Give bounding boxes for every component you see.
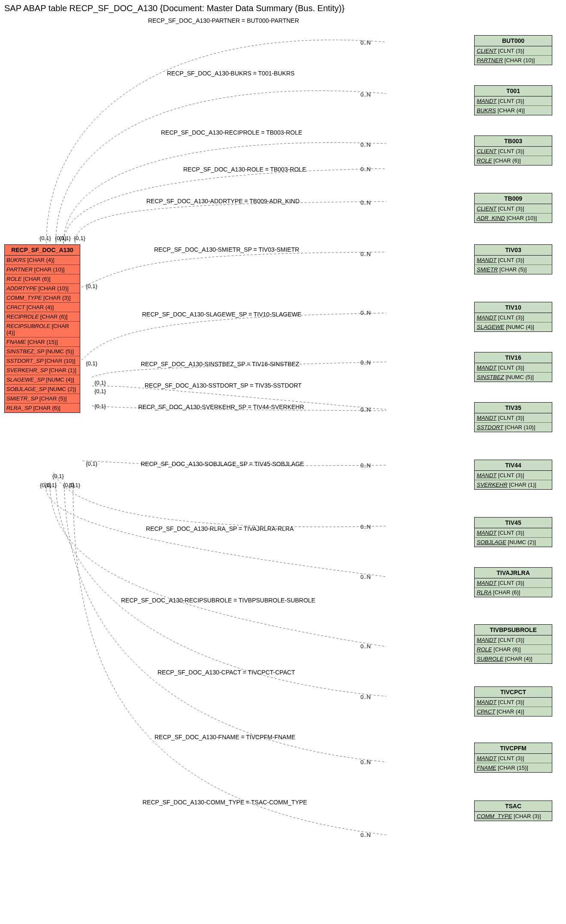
ref-table-tiv10: TIV10MANDT [CLNT (3)]SLAGEWE [NUMC (4)] bbox=[474, 302, 552, 332]
ref-table-header: TIV16 bbox=[475, 352, 552, 363]
relationship-label: RECP_SF_DOC_A130-SMIETR_SP = TIV03-SMIET… bbox=[154, 246, 299, 253]
relationship-label: RECP_SF_DOC_A130-ROLE = TB003-ROLE bbox=[183, 166, 306, 173]
relationship-label: RECP_SF_DOC_A130-SVERKEHR_SP = TIV44-SVE… bbox=[138, 403, 304, 410]
relationship-label: RECP_SF_DOC_A130-SOBJLAGE_SP = TIV45-SOB… bbox=[141, 460, 304, 467]
ref-table-tiv16: TIV16MANDT [CLNT (3)]SINSTBEZ [NUMC (5)] bbox=[474, 352, 552, 382]
ref-field: MANDT [CLNT (3)] bbox=[475, 635, 552, 645]
cardinality-right: 0..N bbox=[360, 199, 371, 206]
cardinality-right: 0..N bbox=[360, 166, 371, 172]
relationship-label: RECP_SF_DOC_A130-PARTNER = BUT000-PARTNE… bbox=[148, 17, 299, 24]
relationship-curve bbox=[82, 252, 386, 287]
main-field: SMIETR_SP [CHAR (5)] bbox=[5, 394, 80, 403]
cardinality-left: {0,1} bbox=[59, 235, 71, 241]
ref-table-header: TIVCPCT bbox=[475, 687, 552, 698]
cardinality-right: 0..N bbox=[360, 832, 371, 838]
ref-table-header: TIV45 bbox=[475, 518, 552, 528]
main-field: RECIPSUBROLE [CHAR (4)] bbox=[5, 322, 80, 337]
ref-table-tiv44: TIV44MANDT [CLNT (3)]SVERKEHR [CHAR (1)] bbox=[474, 460, 552, 490]
main-field: SINSTBEZ_SP [NUMC (5)] bbox=[5, 347, 80, 356]
relationship-curve bbox=[64, 143, 386, 244]
main-field: SOBJLAGE_SP [NUMC (2)] bbox=[5, 385, 80, 394]
ref-table-header: T001 bbox=[475, 86, 552, 96]
ref-field: MANDT [CLNT (3)] bbox=[475, 256, 552, 265]
relationship-curve bbox=[50, 482, 386, 647]
main-field: SLAGEWE_SP [NUMC (4)] bbox=[5, 375, 80, 385]
ref-field: PARTNER [CHAR (10)] bbox=[475, 56, 552, 65]
ref-field: ADR_KIND [CHAR (10)] bbox=[475, 214, 552, 223]
cardinality-right: 0..N bbox=[360, 406, 371, 413]
ref-field: RLRA [CHAR (6)] bbox=[475, 588, 552, 597]
ref-table-header: TB003 bbox=[475, 136, 552, 147]
relationship-curve bbox=[82, 313, 386, 360]
ref-table-tivbpsubrole: TIVBPSUBROLEMANDT [CLNT (3)]ROLE [CHAR (… bbox=[474, 624, 552, 664]
cardinality-right: 0..N bbox=[360, 91, 371, 98]
ref-field: SLAGEWE [NUMC (4)] bbox=[475, 322, 552, 331]
ref-field: MANDT [CLNT (3)] bbox=[475, 471, 552, 480]
ref-field: SVERKEHR [CHAR (1)] bbox=[475, 480, 552, 489]
ref-field: SUBROLE [CHAR (4)] bbox=[475, 654, 552, 663]
ref-table-header: TIVCPFM bbox=[475, 743, 552, 754]
ref-field: MANDT [CLNT (3)] bbox=[475, 698, 552, 707]
cardinality-right: 0..N bbox=[360, 524, 371, 530]
relationship-label: RECP_SF_DOC_A130-FNAME = TIVCPFM-FNAME bbox=[154, 734, 295, 740]
relationship-curve bbox=[75, 202, 386, 244]
ref-table-tivcpct: TIVCPCTMANDT [CLNT (3)]CPACT [CHAR (4)] bbox=[474, 686, 552, 716]
cardinality-right: 0..N bbox=[360, 141, 371, 148]
cardinality-left: {0,1} bbox=[69, 482, 80, 488]
ref-field: CLIENT [CLNT (3)] bbox=[475, 147, 552, 156]
ref-field: CLIENT [CLNT (3)] bbox=[475, 204, 552, 214]
relationship-curve bbox=[73, 482, 386, 835]
ref-table-header: TIV10 bbox=[475, 302, 552, 313]
relationship-label: RECP_SF_DOC_A130-BUKRS = T001-BUKRS bbox=[167, 70, 294, 77]
relationship-label: RECP_SF_DOC_A130-CPACT = TIVCPCT-CPACT bbox=[157, 669, 295, 676]
ref-field: MANDT [CLNT (3)] bbox=[475, 413, 552, 423]
ref-table-tivajrlra: TIVAJRLRAMANDT [CLNT (3)]RLRA [CHAR (6)] bbox=[474, 567, 552, 597]
ref-table-header: TIV03 bbox=[475, 245, 552, 256]
ref-table-tsac: TSACCOMM_TYPE [CHAR (3)] bbox=[474, 801, 552, 821]
relationship-label: RECP_SF_DOC_A130-SINSTBEZ_SP = TIV16-SIN… bbox=[141, 361, 299, 367]
ref-table-header: BUT000 bbox=[475, 36, 552, 46]
cardinality-right: 0..N bbox=[360, 462, 371, 469]
relationship-label: RECP_SF_DOC_A130-RLRA_SP = TIVAJRLRA-RLR… bbox=[146, 525, 294, 532]
cardinality-left: {0,1} bbox=[86, 283, 97, 289]
cardinality-left: {0,1} bbox=[74, 235, 85, 241]
cardinality-right: 0..N bbox=[360, 359, 371, 366]
main-field: COMM_TYPE [CHAR (3)] bbox=[5, 293, 80, 303]
cardinality-left: {0,1} bbox=[86, 460, 97, 467]
cardinality-left: {0,1} bbox=[52, 473, 64, 479]
ref-table-tiv45: TIV45MANDT [CLNT (3)]SOBJLAGE [NUMC (2)] bbox=[474, 517, 552, 547]
ref-field: MANDT [CLNT (3)] bbox=[475, 96, 552, 106]
cardinality-right: 0..N bbox=[360, 310, 371, 316]
cardinality-right: 0..N bbox=[360, 643, 371, 650]
ref-table-header: TSAC bbox=[475, 801, 552, 812]
ref-field: CPACT [CHAR (4)] bbox=[475, 707, 552, 716]
cardinality-right: 0..N bbox=[360, 694, 371, 700]
ref-field: MANDT [CLNT (3)] bbox=[475, 363, 552, 373]
ref-table-t001: T001MANDT [CLNT (3)]BUKRS [CHAR (4)] bbox=[474, 85, 552, 115]
main-table: RECP_SF_DOC_A130 BUKRS [CHAR (4)]PARTNER… bbox=[4, 244, 80, 413]
ref-table-tiv35: TIV35MANDT [CLNT (3)]SSTDORT [CHAR (10)] bbox=[474, 402, 552, 432]
ref-table-tivcpfm: TIVCPFMMANDT [CLNT (3)]FNAME [CHAR (15)] bbox=[474, 743, 552, 773]
cardinality-left: {0,1} bbox=[45, 482, 57, 488]
ref-field: SSTDORT [CHAR (10)] bbox=[475, 423, 552, 432]
main-field: PARTNER [CHAR (10)] bbox=[5, 265, 80, 274]
main-field: RLRA_SP [CHAR (6)] bbox=[5, 403, 80, 412]
ref-field: SOBJLAGE [NUMC (2)] bbox=[475, 538, 552, 547]
ref-field: MANDT [CLNT (3)] bbox=[475, 578, 552, 588]
relationship-label: RECP_SF_DOC_A130-COMM_TYPE = TSAC-COMM_T… bbox=[142, 799, 307, 806]
cardinality-right: 0..N bbox=[360, 759, 371, 765]
ref-field: MANDT [CLNT (3)] bbox=[475, 528, 552, 538]
ref-table-header: TB009 bbox=[475, 193, 552, 204]
ref-field: CLIENT [CLNT (3)] bbox=[475, 46, 552, 56]
ref-table-header: TIVAJRLRA bbox=[475, 568, 552, 578]
ref-table-tiv03: TIV03MANDT [CLNT (3)]SMIETR [CHAR (5)] bbox=[474, 244, 552, 274]
main-field: FNAME [CHAR (15)] bbox=[5, 337, 80, 347]
ref-table-header: TIV35 bbox=[475, 403, 552, 413]
ref-field: ROLE [CHAR (6)] bbox=[475, 645, 552, 654]
relationship-curve bbox=[56, 482, 386, 696]
main-field: CPACT [CHAR (4)] bbox=[5, 303, 80, 312]
main-table-header: RECP_SF_DOC_A130 bbox=[5, 245, 80, 256]
main-field: ADDRTYPE [CHAR (10)] bbox=[5, 284, 80, 293]
relationship-label: RECP_SF_DOC_A130-RECIPROLE = TB003-ROLE bbox=[161, 129, 302, 136]
cardinality-left: {0,1} bbox=[94, 379, 106, 386]
